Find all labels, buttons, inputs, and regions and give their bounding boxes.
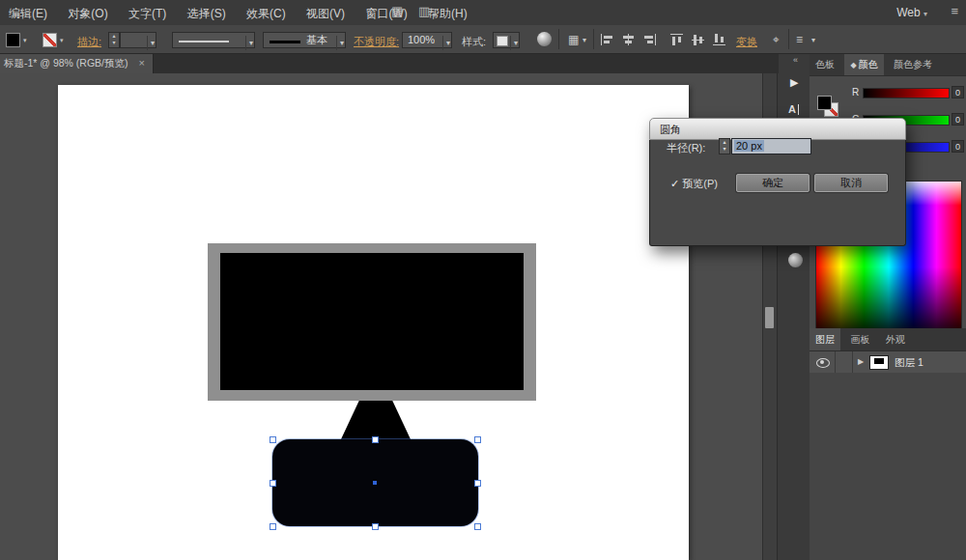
panel-options-icon[interactable]: ≡: [796, 33, 803, 46]
type-panel-glyph: A: [788, 103, 796, 115]
selection-handle-top-left[interactable]: [270, 436, 276, 443]
dialog-title: 圆角: [660, 124, 681, 135]
channel-value-b[interactable]: 0: [952, 140, 964, 153]
stepper-up-icon[interactable]: ▴: [109, 33, 119, 40]
selection-handle-top-right[interactable]: [474, 436, 481, 443]
color-panel-icon: ◆: [850, 61, 856, 70]
align-horizontal-center-icon[interactable]: [622, 34, 635, 45]
layers-panel-tabbar: 图层 画板 外观: [810, 328, 966, 351]
ok-button[interactable]: 确定: [736, 174, 810, 192]
opacity-link[interactable]: 不透明度:: [354, 35, 399, 49]
selection-handle-bottom-right[interactable]: [474, 523, 481, 530]
align-vertical-center-icon[interactable]: [692, 34, 704, 45]
fill-color-swatch[interactable]: [6, 33, 20, 47]
align-left-icon[interactable]: [601, 34, 613, 45]
width-profile-combo[interactable]: ▾: [172, 32, 255, 48]
tab-artboards[interactable]: 画板: [844, 328, 875, 350]
tab-color[interactable]: ◆颜色: [844, 53, 883, 75]
cancel-button[interactable]: 取消: [814, 174, 888, 192]
preview-label: 预览(P): [682, 178, 718, 189]
preview-checkbox[interactable]: ✓预览(P): [670, 177, 718, 191]
layers-panel-empty-area: [810, 373, 966, 560]
transform-link[interactable]: 变换: [736, 35, 757, 49]
radius-stepper-up-icon[interactable]: ▴: [720, 139, 729, 146]
brush-definition-combo[interactable]: 基本 ▾: [263, 32, 346, 48]
menu-item-type[interactable]: 文字(T): [120, 0, 175, 22]
stroke-weight-stepper[interactable]: ▴ ▾: [108, 32, 120, 48]
menubar-overflow-icon[interactable]: ≡: [951, 5, 958, 18]
tab-swatches[interactable]: 色板: [810, 53, 840, 75]
width-profile-preview: [179, 41, 229, 42]
channel-value-g[interactable]: 0: [952, 113, 964, 126]
layer-disclosure-icon[interactable]: ▶: [858, 357, 864, 366]
menu-item-view[interactable]: 视图(V): [298, 0, 354, 22]
document-tab-bar: 标题-1* @ 98% (RGB/预览) ×: [0, 53, 779, 73]
tab-layers[interactable]: 图层: [810, 328, 840, 350]
control-separator: [558, 29, 559, 49]
collapsed-panel-icon[interactable]: ▶: [790, 76, 798, 89]
document-tab[interactable]: 标题-1* @ 98% (RGB/预览) ×: [0, 53, 154, 73]
arrange-documents-arrow-icon[interactable]: ▾: [433, 9, 437, 22]
brush-line-preview: [270, 41, 300, 43]
recolor-artwork-icon[interactable]: [537, 32, 552, 46]
workspace-switcher[interactable]: Web ▾: [896, 6, 927, 19]
type-panel-icon[interactable]: A: [788, 103, 799, 115]
tab-appearance[interactable]: 外观: [880, 328, 911, 350]
selection-handle-bottom-left[interactable]: [270, 523, 276, 530]
radius-stepper-down-icon[interactable]: ▾: [720, 146, 729, 153]
style-swatch-preview: [497, 36, 508, 46]
layer-row-divider: [835, 351, 836, 373]
mini-fill-swatch[interactable]: [817, 96, 832, 110]
stepper-down-icon[interactable]: ▾: [109, 40, 119, 46]
document-setup-arrow-icon[interactable]: ▾: [582, 36, 586, 44]
stroke-weight-combo[interactable]: ▾: [120, 32, 156, 48]
opacity-arrow-icon: ▾: [442, 36, 450, 50]
selection-handle-top-center[interactable]: [372, 436, 379, 443]
channel-slider-r[interactable]: [863, 88, 950, 98]
control-bar: ▾ ▾ 描边: ▴ ▾ ▾ ▾ 基本 ▾ 不透明度: 100% ▾ 样式: ▾ …: [0, 25, 966, 54]
collapse-panels-icon[interactable]: «: [793, 55, 798, 65]
selection-center-point[interactable]: [373, 481, 377, 485]
document-tab-close-icon[interactable]: ×: [138, 57, 144, 69]
radius-input[interactable]: 20 px: [731, 138, 811, 154]
arrange-documents-icon[interactable]: ▥: [418, 5, 430, 18]
panel-options-arrow-icon[interactable]: ▾: [811, 36, 815, 44]
channel-value-r[interactable]: 0: [952, 86, 964, 98]
stroke-swatch-arrow-icon[interactable]: ▾: [60, 37, 64, 44]
menu-item-select[interactable]: 选择(S): [179, 0, 235, 22]
stroke-link[interactable]: 描边:: [77, 35, 101, 49]
style-swatch-arrow-icon: ▾: [510, 36, 518, 50]
gradient-sphere-icon[interactable]: [788, 253, 803, 267]
opacity-combo[interactable]: 100% ▾: [402, 32, 452, 48]
channel-label-r: R: [852, 87, 859, 98]
fill-swatch-arrow-icon[interactable]: ▾: [23, 37, 27, 44]
document-setup-icon[interactable]: ▦: [568, 33, 579, 46]
selection-handle-bottom-center[interactable]: [372, 523, 379, 530]
stroke-color-swatch[interactable]: [43, 33, 57, 47]
layer-name[interactable]: 图层 1: [895, 356, 923, 370]
tab-color-guide[interactable]: 颜色参考: [888, 53, 938, 75]
selection-handle-middle-right[interactable]: [474, 480, 481, 487]
menu-item-effect[interactable]: 效果(C): [238, 0, 295, 22]
dialog-titlebar[interactable]: 圆角: [649, 118, 906, 140]
radius-input-value: 20 px: [734, 140, 764, 152]
align-bottom-icon[interactable]: [713, 34, 725, 45]
menu-item-window[interactable]: 窗口(W): [356, 0, 415, 22]
style-swatch-combo[interactable]: ▾: [493, 32, 520, 48]
layer-row[interactable]: ▶ 图层 1: [810, 351, 966, 374]
layer-thumbnail[interactable]: [869, 355, 889, 370]
align-right-icon[interactable]: [643, 34, 656, 45]
bridge-icon[interactable]: ▦: [391, 5, 403, 18]
radius-stepper[interactable]: ▴ ▾: [719, 138, 730, 154]
selection-handle-middle-left[interactable]: [270, 480, 276, 487]
monitor-screen-shape[interactable]: [220, 253, 524, 390]
menu-item-object[interactable]: 对象(O): [59, 0, 116, 22]
menu-item-edit[interactable]: 编辑(E): [0, 0, 56, 22]
vertical-scrollbar-thumb[interactable]: [765, 307, 774, 328]
control-separator: [593, 29, 594, 49]
visibility-eye-icon[interactable]: [816, 358, 830, 368]
radius-label: 半径(R):: [667, 141, 705, 155]
align-top-icon[interactable]: [670, 34, 683, 45]
align-target-icon[interactable]: ⌖: [773, 33, 780, 46]
layer-row-divider: [852, 351, 853, 373]
